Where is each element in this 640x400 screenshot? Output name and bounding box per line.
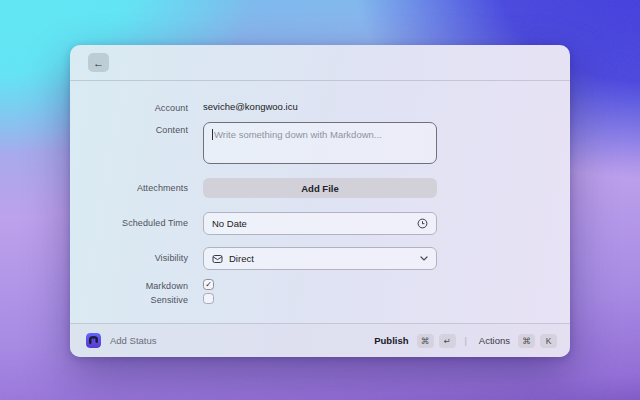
envelope-icon — [212, 254, 223, 264]
titlebar: ← — [70, 45, 570, 81]
footer-right: Publish ⌘ ↵ | Actions ⌘ K — [374, 334, 557, 348]
add-status-window: ← Account seviche@kongwoo.icu Content Wr… — [70, 45, 570, 357]
markdown-checkbox[interactable]: ✓ — [203, 279, 214, 290]
add-file-button[interactable]: Add File — [203, 178, 437, 198]
scheduled-time-field[interactable]: No Date — [203, 212, 437, 235]
attachments-label: Attechments — [70, 183, 188, 193]
markdown-label: Markdown — [70, 281, 188, 291]
footer-divider: | — [465, 336, 467, 346]
scheduled-time-label: Scheduled Time — [70, 218, 188, 228]
cmd-keycap: ⌘ — [417, 334, 434, 348]
chevron-down-icon — [420, 256, 428, 261]
back-arrow-icon: ← — [93, 57, 104, 69]
return-keycap: ↵ — [439, 334, 456, 348]
content-textarea[interactable]: Write something down with Markdown... — [203, 122, 437, 164]
scheduled-time-value: No Date — [212, 218, 247, 229]
clock-icon — [417, 218, 428, 229]
content-placeholder: Write something down with Markdown... — [214, 129, 382, 140]
visibility-label: Visibility — [70, 253, 188, 263]
k-keycap: K — [540, 334, 557, 348]
publish-button[interactable]: Publish — [374, 335, 408, 346]
content-label: Content — [70, 125, 188, 135]
sensitive-label: Sensitive — [70, 295, 188, 305]
footer-bar: Add Status Publish ⌘ ↵ | Actions ⌘ K — [70, 323, 570, 357]
footer-title: Add Status — [110, 335, 156, 346]
account-value: seviche@kongwoo.icu — [203, 101, 437, 112]
account-label: Account — [70, 103, 188, 113]
visibility-select[interactable]: Direct — [203, 247, 437, 270]
actions-button[interactable]: Actions — [479, 335, 510, 346]
add-file-label: Add File — [301, 183, 338, 194]
check-icon: ✓ — [205, 281, 212, 289]
text-caret — [212, 129, 213, 140]
sensitive-checkbox[interactable]: ✓ — [203, 293, 214, 304]
footer-left: Add Status — [86, 333, 156, 348]
visibility-value: Direct — [229, 253, 414, 264]
mastodon-icon — [86, 333, 101, 348]
cmd-keycap: ⌘ — [518, 334, 535, 348]
back-button[interactable]: ← — [88, 53, 109, 72]
